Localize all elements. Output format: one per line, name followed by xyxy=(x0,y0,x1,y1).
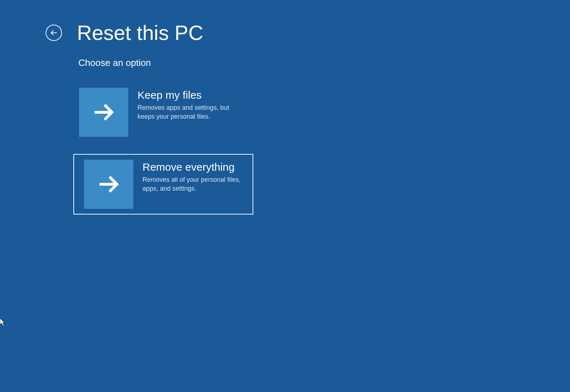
back-button[interactable] xyxy=(46,25,62,41)
back-arrow-icon xyxy=(50,29,58,37)
arrow-right-icon xyxy=(93,101,115,123)
arrow-right-icon xyxy=(98,173,120,195)
option-tile xyxy=(79,88,128,137)
option-description: Removes all of your personal files, apps… xyxy=(142,175,244,193)
option-tile xyxy=(84,160,133,209)
option-title: Remove everything xyxy=(142,161,244,173)
options-list: Keep my files Removes apps and settings,… xyxy=(78,87,570,215)
page-title: Reset this PC xyxy=(77,21,203,45)
option-remove-everything[interactable]: Remove everything Removes all of your pe… xyxy=(73,154,253,215)
option-keep-my-files[interactable]: Keep my files Removes apps and settings,… xyxy=(78,87,258,148)
mouse-cursor-icon xyxy=(0,318,6,327)
option-text: Keep my files Removes apps and settings,… xyxy=(128,88,239,121)
option-text: Remove everything Removes all of your pe… xyxy=(133,160,244,193)
option-description: Removes apps and settings, but keeps you… xyxy=(138,103,239,121)
subtitle: Choose an option xyxy=(78,57,570,68)
option-title: Keep my files xyxy=(138,89,239,101)
